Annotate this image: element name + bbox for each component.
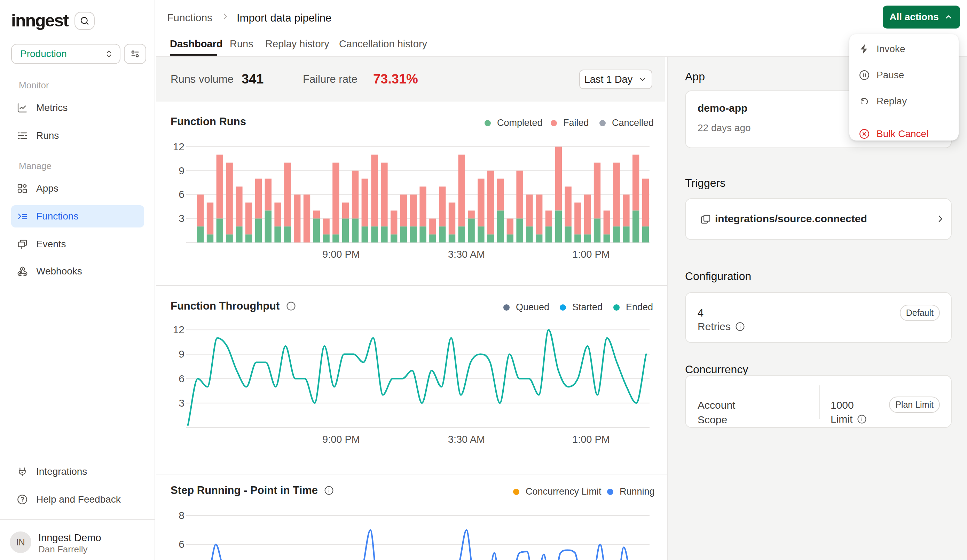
- svg-text:8: 8: [178, 510, 185, 521]
- svg-text:6: 6: [178, 539, 185, 550]
- svg-text:3: 3: [178, 397, 185, 409]
- svg-text:6: 6: [178, 373, 185, 384]
- svg-text:9:00 PM: 9:00 PM: [322, 434, 360, 445]
- svg-text:3:30 AM: 3:30 AM: [448, 434, 485, 445]
- svg-text:9: 9: [178, 165, 185, 176]
- svg-text:6: 6: [178, 189, 185, 200]
- svg-text:12: 12: [173, 141, 185, 152]
- svg-text:1:00 PM: 1:00 PM: [572, 249, 610, 260]
- svg-text:3:30 AM: 3:30 AM: [448, 249, 485, 260]
- svg-text:3: 3: [178, 212, 185, 224]
- svg-text:9: 9: [178, 348, 185, 360]
- svg-text:9:00 PM: 9:00 PM: [322, 249, 360, 260]
- svg-text:12: 12: [173, 324, 185, 335]
- svg-text:1:00 PM: 1:00 PM: [572, 434, 610, 445]
